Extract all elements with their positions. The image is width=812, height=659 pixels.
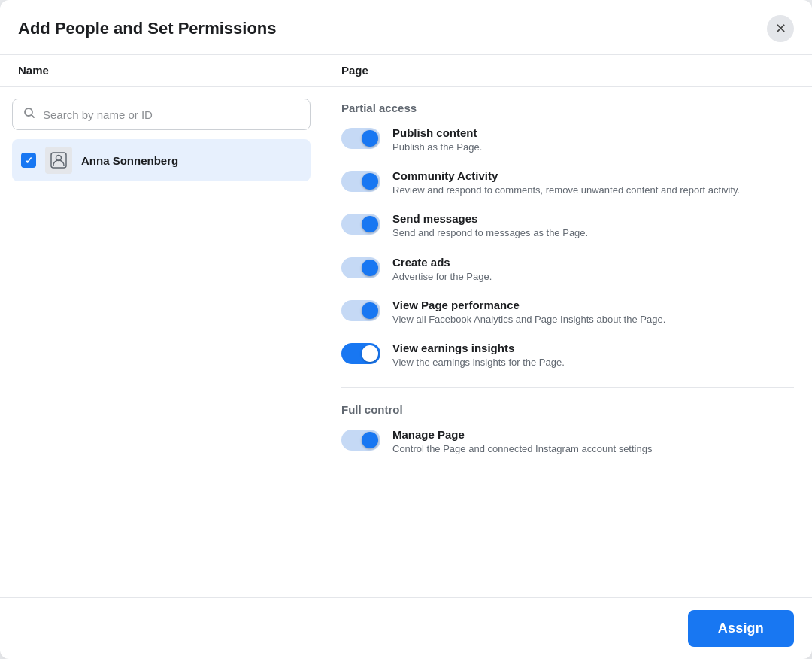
modal-title: Add People and Set Permissions	[18, 19, 277, 38]
publish-content-toggle[interactable]	[341, 128, 380, 149]
modal-header: Add People and Set Permissions ✕	[0, 0, 812, 55]
full-control-title: Full control	[341, 403, 794, 416]
view-performance-toggle[interactable]	[341, 300, 380, 321]
view-performance-name: View Page performance	[392, 299, 794, 311]
avatar	[45, 147, 72, 174]
community-activity-desc: Review and respond to comments, remove u…	[392, 184, 794, 197]
create-ads-desc: Advertise for the Page.	[392, 270, 794, 284]
checkmark-icon: ✓	[25, 156, 33, 166]
earnings-insights-name: View earnings insights	[392, 342, 794, 354]
svg-line-1	[32, 115, 34, 117]
permission-item-manage-page: Manage Page Control the Page and connect…	[341, 428, 794, 456]
person-checkbox[interactable]: ✓	[21, 153, 36, 168]
permission-item-community-activity: Community Activity Review and respond to…	[341, 169, 794, 197]
add-people-modal: Add People and Set Permissions ✕ Name Pa…	[0, 0, 812, 659]
search-icon	[23, 107, 35, 122]
search-input[interactable]	[43, 108, 299, 121]
permission-item-view-performance: View Page performance View all Facebook …	[341, 299, 794, 326]
send-messages-name: Send messages	[392, 212, 794, 225]
modal-footer: Assign	[0, 597, 812, 659]
permission-item-earnings-insights: View earnings insights View the earnings…	[341, 342, 794, 369]
assign-button[interactable]: Assign	[688, 610, 794, 647]
permission-item-send-messages: Send messages Send and respond to messag…	[341, 212, 794, 240]
community-activity-name: Community Activity	[392, 169, 794, 182]
publish-content-desc: Publish as the Page.	[392, 141, 794, 154]
person-row[interactable]: ✓ Anna Sonnenberg	[12, 139, 311, 181]
publish-content-name: Publish content	[392, 126, 794, 139]
manage-page-desc: Control the Page and connected Instagram…	[392, 442, 794, 456]
create-ads-name: Create ads	[392, 256, 794, 269]
search-box[interactable]	[12, 99, 311, 130]
create-ads-toggle[interactable]	[341, 257, 380, 278]
permission-item-create-ads: Create ads Advertise for the Page.	[341, 256, 794, 284]
community-activity-toggle[interactable]	[341, 171, 380, 192]
section-divider	[341, 387, 794, 388]
send-messages-toggle[interactable]	[341, 214, 380, 235]
earnings-insights-toggle[interactable]	[341, 343, 380, 364]
page-column-header: Page	[323, 55, 812, 86]
send-messages-desc: Send and respond to messages as the Page…	[392, 226, 794, 240]
earnings-insights-desc: View the earnings insights for the Page.	[392, 356, 794, 369]
manage-page-name: Manage Page	[392, 428, 794, 441]
left-panel: ✓ Anna Sonnenberg	[0, 87, 323, 597]
right-panel: Partial access Publish content Publish a…	[323, 87, 812, 597]
manage-page-toggle[interactable]	[341, 430, 380, 451]
name-column-header: Name	[0, 55, 323, 86]
column-headers: Name Page	[0, 55, 812, 87]
permission-item-publish-content: Publish content Publish as the Page.	[341, 126, 794, 154]
partial-access-title: Partial access	[341, 102, 794, 114]
close-button[interactable]: ✕	[767, 15, 794, 42]
close-icon: ✕	[775, 20, 786, 37]
modal-body: ✓ Anna Sonnenberg Partial access	[0, 87, 812, 597]
person-name: Anna Sonnenberg	[81, 154, 178, 167]
view-performance-desc: View all Facebook Analytics and Page Ins…	[392, 313, 794, 326]
